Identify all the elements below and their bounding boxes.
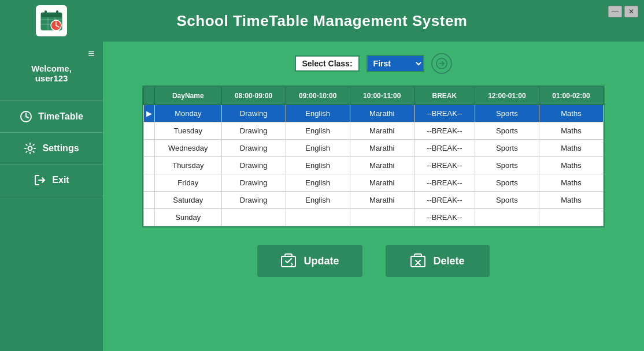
row-indicator xyxy=(144,192,155,209)
svg-rect-17 xyxy=(411,256,425,267)
timetable: DayName 08:00-09:00 09:00-10:00 10:00-11… xyxy=(143,87,604,226)
sidebar-item-settings[interactable]: Settings xyxy=(0,132,103,164)
table-row[interactable]: ThursdayDrawingEnglishMarathi--BREAK--Sp… xyxy=(144,157,604,174)
row-indicator: ▶ xyxy=(144,105,155,122)
table-row[interactable]: WednesdayDrawingEnglishMarathi--BREAK--S… xyxy=(144,140,604,157)
row-break: --BREAK-- xyxy=(414,105,475,122)
row-indicator xyxy=(144,122,155,140)
hamburger-menu[interactable]: ≡ xyxy=(88,47,95,59)
row-period5: Sports xyxy=(475,140,539,157)
row-break: --BREAK-- xyxy=(414,122,475,140)
row-indicator xyxy=(144,140,155,157)
row-period3: Marathi xyxy=(350,157,414,174)
update-button[interactable]: Update xyxy=(257,245,362,277)
row-period6: Maths xyxy=(539,122,603,140)
row-period1: Drawing xyxy=(221,174,286,192)
svg-point-14 xyxy=(28,147,32,151)
table-row[interactable]: TuesdayDrawingEnglishMarathi--BREAK--Spo… xyxy=(144,122,604,140)
table-row[interactable]: SaturdayDrawingEnglishMarathi--BREAK--Sp… xyxy=(144,192,604,209)
table-row[interactable]: FridayDrawingEnglishMarathi--BREAK--Spor… xyxy=(144,174,604,192)
sidebar-item-exit[interactable]: Exit xyxy=(0,164,103,196)
delete-label: Delete xyxy=(433,255,464,267)
select-class-row: Select Class: First Second Third Fourth … xyxy=(295,53,451,74)
row-period5: Sports xyxy=(475,174,539,192)
col-1200: 12:00-01:00 xyxy=(475,87,539,105)
row-period2: English xyxy=(286,122,350,140)
class-select[interactable]: First Second Third Fourth Fifth xyxy=(367,55,424,72)
row-break: --BREAK-- xyxy=(414,140,475,157)
row-period5: Sports xyxy=(475,122,539,140)
delete-button[interactable]: Delete xyxy=(386,245,490,277)
col-0900: 09:00-10:00 xyxy=(286,87,350,105)
col-0100: 01:00-02:00 xyxy=(539,87,603,105)
row-day: Monday xyxy=(155,105,222,122)
row-period2: English xyxy=(286,140,350,157)
sidebar-item-settings-label: Settings xyxy=(42,143,79,154)
row-period3 xyxy=(350,209,414,226)
row-break: --BREAK-- xyxy=(414,174,475,192)
row-period1: Drawing xyxy=(221,140,286,157)
row-period5: Sports xyxy=(475,192,539,209)
row-period2: English xyxy=(286,192,350,209)
row-period3: Marathi xyxy=(350,105,414,122)
minimize-button[interactable]: — xyxy=(608,6,622,17)
row-period5: Sports xyxy=(475,157,539,174)
row-period3: Marathi xyxy=(350,122,414,140)
update-icon xyxy=(280,253,297,269)
row-period3: Marathi xyxy=(350,174,414,192)
row-period2: English xyxy=(286,174,350,192)
row-period2: English xyxy=(286,105,350,122)
col-0800: 08:00-09:00 xyxy=(221,87,286,105)
row-indicator xyxy=(144,209,155,226)
row-day: Tuesday xyxy=(155,122,222,140)
row-break: --BREAK-- xyxy=(414,209,475,226)
row-period3: Marathi xyxy=(350,192,414,209)
svg-rect-1 xyxy=(41,13,62,17)
col-1000: 10:00-11:00 xyxy=(350,87,414,105)
row-period2: English xyxy=(286,157,350,174)
action-buttons: Update Delete xyxy=(257,245,489,277)
row-day: Wednesday xyxy=(155,140,222,157)
row-break: --BREAK-- xyxy=(414,192,475,209)
timetable-container: DayName 08:00-09:00 09:00-10:00 10:00-11… xyxy=(142,85,605,227)
delete-icon xyxy=(410,253,426,269)
row-period1: Drawing xyxy=(221,105,286,122)
row-indicator xyxy=(144,157,155,174)
go-button[interactable] xyxy=(431,53,452,74)
row-indicator xyxy=(144,174,155,192)
main-layout: ≡ Welcome, user123 TimeTable xyxy=(0,42,644,351)
sidebar-nav: TimeTable Settings Exit xyxy=(0,100,103,196)
select-class-label: Select Class: xyxy=(295,55,359,72)
content-area: Select Class: First Second Third Fourth … xyxy=(103,42,644,351)
row-period2 xyxy=(286,209,350,226)
window-controls: — ✕ xyxy=(608,6,638,17)
row-period6: Maths xyxy=(539,140,603,157)
welcome-text: Welcome, user123 xyxy=(31,64,72,83)
table-header-row: DayName 08:00-09:00 09:00-10:00 10:00-11… xyxy=(144,87,604,105)
row-day: Saturday xyxy=(155,192,222,209)
col-indicator xyxy=(144,87,155,105)
row-period1: Drawing xyxy=(221,122,286,140)
sidebar-item-exit-label: Exit xyxy=(52,175,69,185)
svg-line-13 xyxy=(26,117,28,118)
row-day: Thursday xyxy=(155,157,222,174)
row-period5: Sports xyxy=(475,105,539,122)
clock-icon xyxy=(20,110,32,123)
row-period6 xyxy=(539,209,603,226)
row-day: Friday xyxy=(155,174,222,192)
row-period6: Maths xyxy=(539,174,603,192)
row-period3: Marathi xyxy=(350,140,414,157)
row-period1: Drawing xyxy=(221,192,286,209)
row-period6: Maths xyxy=(539,105,603,122)
table-row[interactable]: ▶MondayDrawingEnglishMarathi--BREAK--Spo… xyxy=(144,105,604,122)
table-row[interactable]: Sunday--BREAK-- xyxy=(144,209,604,226)
logo-icon xyxy=(36,5,67,36)
app-header: School TimeTable Management System — ✕ xyxy=(0,0,644,42)
sidebar-item-timetable-label: TimeTable xyxy=(38,111,83,122)
col-break: BREAK xyxy=(414,87,475,105)
row-period6: Maths xyxy=(539,157,603,174)
close-button[interactable]: ✕ xyxy=(624,6,638,17)
sidebar: ≡ Welcome, user123 TimeTable xyxy=(0,42,103,351)
sidebar-item-timetable[interactable]: TimeTable xyxy=(0,100,103,132)
update-label: Update xyxy=(304,255,339,267)
